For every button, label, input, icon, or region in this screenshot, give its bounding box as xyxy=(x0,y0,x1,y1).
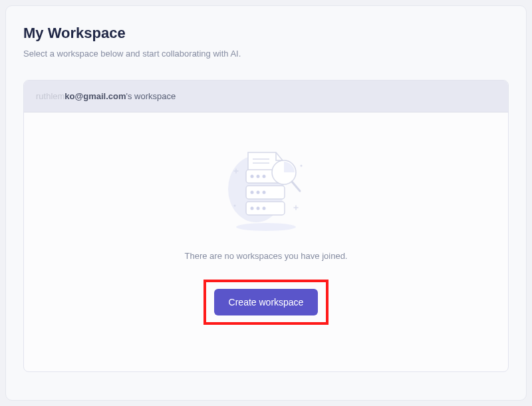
svg-point-9 xyxy=(257,191,260,194)
create-workspace-button[interactable]: Create workspace xyxy=(214,289,319,315)
workspace-page: My Workspace Select a workspace below an… xyxy=(5,5,527,401)
svg-point-5 xyxy=(257,175,260,178)
svg-point-14 xyxy=(263,207,266,210)
empty-workspace-illustration-icon xyxy=(216,146,316,232)
svg-point-17 xyxy=(301,165,303,167)
owner-email-bold: ko@gmail.com xyxy=(65,91,126,101)
owner-email-faded: ruthlem xyxy=(36,91,65,101)
svg-point-10 xyxy=(263,191,266,194)
svg-point-4 xyxy=(251,175,254,178)
page-title: My Workspace xyxy=(23,25,509,42)
workspace-owner-header: ruthlemko@gmail.com's workspace xyxy=(24,81,508,112)
svg-point-13 xyxy=(257,207,260,210)
svg-line-16 xyxy=(292,182,300,191)
empty-state: There are no workspaces you have joined.… xyxy=(24,112,508,371)
svg-point-6 xyxy=(263,175,266,178)
workspace-panel: ruthlemko@gmail.com's workspace xyxy=(23,80,509,372)
tutorial-highlight-box: Create workspace xyxy=(203,280,329,325)
owner-suffix: 's workspace xyxy=(126,91,176,101)
svg-point-12 xyxy=(251,207,254,210)
empty-state-message: There are no workspaces you have joined. xyxy=(185,251,348,261)
page-subtitle: Select a workspace below and start colla… xyxy=(23,49,509,59)
svg-point-8 xyxy=(251,191,254,194)
svg-point-18 xyxy=(234,205,236,207)
